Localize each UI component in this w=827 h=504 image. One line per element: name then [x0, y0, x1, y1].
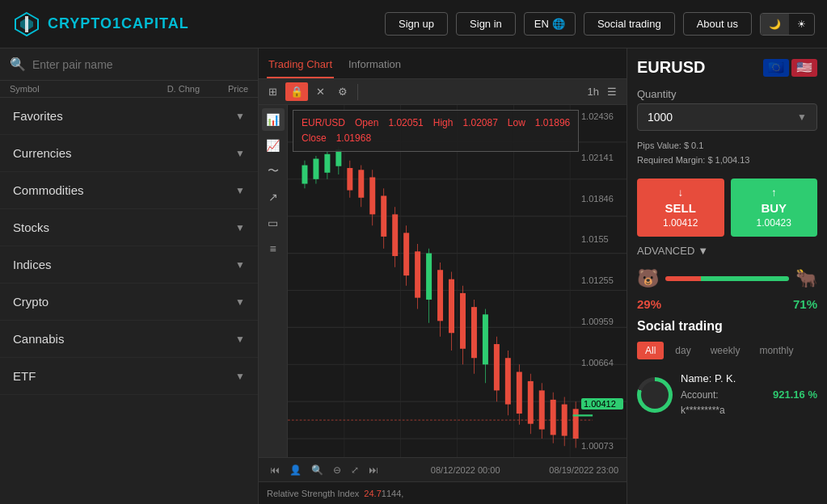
- logo-text: CRYPTO1CAPITAL: [48, 15, 189, 32]
- sentiment-bar: 🐻 🐂: [637, 268, 817, 289]
- indicators-btn[interactable]: ⚙: [333, 82, 352, 101]
- person-btn[interactable]: 👤: [286, 463, 305, 477]
- sidebar-item-label: Cannabis: [13, 332, 64, 346]
- logo-icon: [12, 10, 41, 39]
- sidebar-item-label: Favorites: [13, 109, 63, 123]
- chevron-down-icon: ▼: [235, 185, 245, 196]
- rect-tool-btn[interactable]: ▭: [262, 212, 285, 234]
- lines-tool-btn[interactable]: ≡: [262, 237, 285, 260]
- lock-btn[interactable]: 🔒: [285, 82, 308, 101]
- flag-icon: 🌐: [552, 18, 565, 30]
- about-button[interactable]: About us: [683, 12, 752, 36]
- search-bar: 🔍: [0, 48, 258, 81]
- ohlc-open-label: Open: [355, 116, 378, 131]
- sidebar-item-cannabis[interactable]: Cannabis ▼: [0, 321, 258, 358]
- ohlc-open-val: 1.02051: [388, 116, 423, 131]
- buy-arrow-icon: ↑: [771, 187, 777, 199]
- margin-value: Required Margin: $ 1,004.13: [637, 153, 817, 168]
- prev-btn[interactable]: ⏮: [267, 463, 283, 477]
- zoom-in-btn[interactable]: 🔍: [308, 463, 327, 477]
- trader-profit: 921.16 %: [773, 388, 817, 401]
- rsi-label: Relative Strength Index: [267, 489, 359, 498]
- zoom-out-btn[interactable]: ⊖: [330, 463, 344, 477]
- sell-button[interactable]: ↓ SELL 1.00412: [637, 178, 724, 237]
- ohlc-high-val: 1.02087: [462, 116, 497, 131]
- compare-btn[interactable]: ✕: [311, 82, 330, 101]
- chart-left-tools: 📊 📈 〜 ↗ ▭ ≡: [259, 105, 288, 457]
- sidebar-item-commodities[interactable]: Commodities ▼: [0, 172, 258, 209]
- price-label: 1.0155: [581, 234, 623, 244]
- trader-account-val: k*********a: [681, 403, 736, 418]
- eu-flag-icon: 🇪🇺: [763, 59, 789, 77]
- chevron-down-icon: ▼: [698, 245, 708, 257]
- rsi-suffix: 1144,: [382, 489, 404, 498]
- chart-nav-buttons: ⏮ 👤 🔍 ⊖ ⤢ ⏭: [267, 463, 382, 477]
- bar-tool-btn[interactable]: 📈: [262, 134, 285, 157]
- advanced-button[interactable]: ADVANCED ▼: [637, 245, 817, 257]
- sidebar-items: Favorites ▼ Currencies ▼ Commodities ▼ S…: [0, 98, 258, 504]
- sentiment-percentages: 29% 71%: [637, 297, 817, 311]
- col-dchng-header: D. Chng: [151, 84, 200, 94]
- search-input[interactable]: [32, 58, 248, 71]
- logo: CRYPTO1CAPITAL: [12, 10, 189, 39]
- trader-account-label: Account:: [681, 388, 736, 403]
- social-tab-monthly[interactable]: monthly: [751, 342, 801, 359]
- rsi-value: 24.7: [364, 489, 381, 498]
- crosshair-btn[interactable]: ⊞: [264, 82, 282, 101]
- price-label: 1.01255: [581, 275, 623, 285]
- signin-button[interactable]: Sign in: [456, 12, 516, 36]
- bear-icon: 🐻: [637, 268, 659, 289]
- advanced-label: ADVANCED: [637, 245, 694, 257]
- pair-name: EURUSD: [637, 58, 705, 77]
- chevron-down-icon: ▼: [235, 222, 245, 233]
- sidebar-item-etf[interactable]: ETF ▼: [0, 358, 258, 395]
- col-price-header: Price: [200, 84, 248, 94]
- buy-button[interactable]: ↑ BUY 1.00423: [731, 178, 818, 237]
- svg-rect-36: [403, 233, 409, 275]
- chevron-down-icon: ▼: [235, 111, 245, 122]
- rsi-bar: Relative Strength Index 24.7 1144,: [259, 481, 627, 504]
- tab-trading-chart[interactable]: Trading Chart: [267, 55, 334, 78]
- sentiment-progress: [665, 276, 789, 281]
- menu-btn[interactable]: ☰: [602, 82, 622, 101]
- sidebar-item-label: ETF: [13, 369, 36, 383]
- social-tab-day[interactable]: day: [667, 342, 698, 359]
- sell-arrow-icon: ↓: [677, 187, 683, 199]
- flag-icons: 🇪🇺 🇺🇸: [763, 59, 817, 77]
- sidebar-item-crypto[interactable]: Crypto ▼: [0, 284, 258, 321]
- svg-rect-2: [25, 16, 28, 32]
- tab-information[interactable]: Information: [347, 55, 403, 78]
- sidebar-item-label: Commodities: [13, 183, 84, 197]
- expand-btn[interactable]: ⤢: [348, 463, 362, 477]
- sidebar-item-stocks[interactable]: Stocks ▼: [0, 209, 258, 246]
- social-trading-button[interactable]: Social trading: [584, 12, 675, 36]
- light-mode-toggle[interactable]: ☀: [789, 14, 814, 35]
- svg-rect-18: [302, 166, 307, 184]
- svg-rect-62: [551, 400, 556, 435]
- social-tab-weekly[interactable]: weekly: [703, 342, 749, 359]
- svg-rect-54: [505, 358, 511, 404]
- arrow-tool-btn[interactable]: ↗: [262, 186, 285, 208]
- sidebar-item-currencies[interactable]: Currencies ▼: [0, 135, 258, 172]
- candle-tool-btn[interactable]: 📊: [262, 108, 285, 131]
- language-button[interactable]: EN 🌐: [524, 12, 576, 36]
- svg-rect-42: [437, 270, 443, 321]
- svg-rect-40: [426, 254, 432, 300]
- theme-toggle[interactable]: 🌙 ☀: [760, 13, 815, 36]
- candlestick-chart: [288, 105, 627, 457]
- bear-percentage: 29%: [637, 297, 661, 311]
- sidebar-item-label: Stocks: [13, 220, 49, 234]
- column-headers: Symbol D. Chng Price: [0, 81, 258, 98]
- social-tab-all[interactable]: All: [637, 342, 664, 359]
- line-tool-btn[interactable]: 〜: [262, 160, 285, 183]
- chart-area: 📊 📈 〜 ↗ ▭ ≡ EUR/USD Open 1.02051 High 1.…: [259, 105, 627, 457]
- dark-mode-toggle[interactable]: 🌙: [761, 14, 789, 35]
- svg-rect-44: [449, 279, 454, 334]
- qty-select[interactable]: 1000 ▼: [637, 103, 817, 131]
- sidebar-item-indices[interactable]: Indices ▼: [0, 246, 258, 284]
- next-btn[interactable]: ⏭: [365, 463, 382, 477]
- signup-button[interactable]: Sign up: [385, 12, 448, 36]
- sidebar-item-favorites[interactable]: Favorites ▼: [0, 98, 258, 135]
- trader-avatar-inner: [641, 381, 669, 409]
- toolbar-separator: [357, 84, 358, 100]
